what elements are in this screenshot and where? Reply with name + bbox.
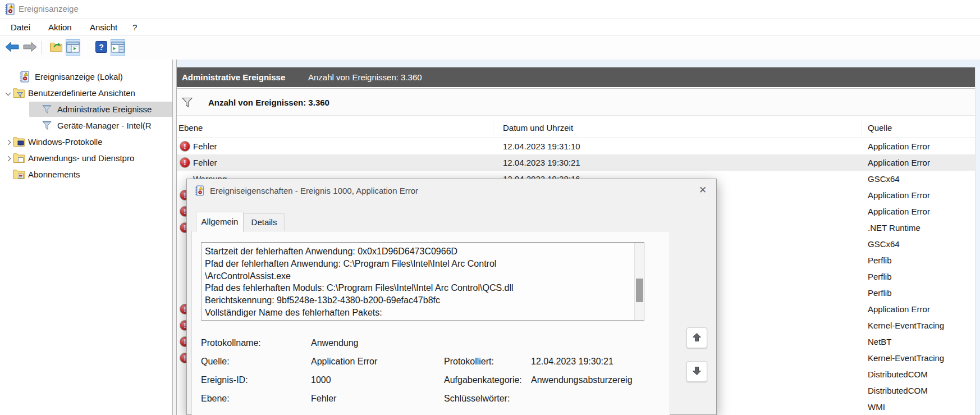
- previous-event-button[interactable]: [686, 327, 707, 348]
- field-value: 12.04.2023 19:30:21: [531, 353, 649, 371]
- field-label: Schlüsselwörter:: [444, 390, 510, 408]
- forward-arrow-icon: [22, 42, 38, 54]
- event-source: Perflib: [868, 285, 892, 301]
- toggle-console-tree-button[interactable]: [66, 39, 80, 56]
- dialog-field: Quelle:Application Error: [201, 353, 437, 371]
- toggle-action-pane-button[interactable]: [111, 39, 125, 56]
- event-viewer-icon: [195, 185, 205, 198]
- toolbar-separator: [42, 41, 42, 54]
- help-button[interactable]: ?: [95, 39, 107, 56]
- sidebar-item[interactable]: Geräte-Manager - Intel(R: [0, 117, 172, 134]
- event-datetime: 12.04.2023 19:30:21: [503, 154, 580, 171]
- results-pane-event-count: Anzahl von Ereignissen: 3.360: [308, 67, 422, 87]
- field-label: Protokolliert:: [444, 353, 494, 371]
- filter-icon: [42, 104, 55, 115]
- sidebar-item[interactable]: Windows-Protokolle: [0, 134, 172, 150]
- description-scrollbar[interactable]: [634, 243, 644, 320]
- filter-icon: [42, 121, 55, 131]
- description-line: Startzeit der fehlerhaften Anwendung: 0x…: [205, 245, 631, 258]
- close-icon[interactable]: [694, 182, 712, 199]
- field-label: Ebene:: [201, 390, 230, 408]
- table-row[interactable]: Fehler12.04.2023 19:30:21Application Err…: [177, 154, 975, 171]
- sidebar-item[interactable]: Benutzerdefinierte Ansichten: [0, 85, 172, 101]
- folder-apps-icon: [12, 153, 26, 163]
- next-event-button[interactable]: [686, 361, 707, 382]
- sidebar-item-label: Anwendungs- und Dienstpro: [28, 153, 134, 163]
- field-value: Anwendung: [311, 334, 359, 352]
- console-tree-panel: !Ereignisanzeige (Lokal)Benutzerdefinier…: [0, 60, 172, 415]
- event-source: Application Error: [868, 301, 930, 317]
- event-source: Perflib: [868, 252, 892, 268]
- open-saved-log-icon: [49, 42, 63, 54]
- field-label: Ereignis-ID:: [201, 371, 248, 389]
- toggle-console-tree-icon: [66, 42, 80, 54]
- sidebar-item-label: Benutzerdefinierte Ansichten: [28, 88, 135, 98]
- sidebar-item[interactable]: Administrative Ereignisse: [0, 101, 172, 117]
- field-value: Anwendungsabsturzereig: [531, 371, 649, 389]
- event-source: Kernel-EventTracing: [868, 317, 944, 334]
- description-line: Vollständiger Name des fehlerhaften Pake…: [205, 307, 631, 319]
- field-value: Fehler: [311, 390, 336, 408]
- description-line: Pfad des fehlerhaften Moduls: C:\Program…: [205, 282, 631, 294]
- column-divider[interactable]: [493, 120, 493, 135]
- panel-splitter[interactable]: [172, 60, 177, 415]
- event-level: Fehler: [193, 138, 217, 154]
- svg-text:!: !: [11, 5, 12, 8]
- error-icon: [180, 157, 190, 168]
- sidebar-item[interactable]: !Ereignisanzeige (Lokal): [0, 69, 172, 85]
- toolbar: ?: [0, 36, 980, 60]
- window-title: Ereignisanzeige: [19, 4, 79, 13]
- field-label: Quelle:: [201, 353, 230, 371]
- sidebar-item[interactable]: Anwendungs- und Dienstpro: [0, 150, 172, 166]
- dialog-field: Ebene:Fehler: [201, 390, 437, 408]
- window-right-edge: [975, 67, 980, 415]
- column-header-datum[interactable]: Datum und Uhrzeit: [503, 116, 573, 138]
- column-divider[interactable]: [862, 120, 862, 135]
- menu-datei[interactable]: Datei: [8, 19, 33, 36]
- up-arrow-icon: [692, 332, 702, 344]
- sidebar-item-label: Ereignisanzeige (Lokal): [35, 72, 123, 81]
- event-source: .NET Runtime: [868, 220, 921, 236]
- dialog-field: Ereignis-ID:1000: [201, 371, 437, 389]
- menu-ansicht[interactable]: Ansicht: [88, 19, 120, 36]
- help-icon: ?: [95, 41, 107, 54]
- event-description-box[interactable]: Startzeit der fehlerhaften Anwendung: 0x…: [201, 242, 644, 321]
- chevron-down-icon[interactable]: [4, 89, 12, 97]
- sidebar-item-label: Administrative Ereignisse: [57, 104, 152, 114]
- chevron-right-icon[interactable]: [4, 138, 12, 146]
- event-source: DistributedCOM: [868, 382, 928, 399]
- back-button[interactable]: [4, 39, 20, 56]
- event-source: DistributedCOM: [868, 366, 928, 382]
- down-arrow-icon: [692, 366, 702, 377]
- sidebar-item[interactable]: Abonnements: [0, 166, 172, 183]
- open-saved-log-button[interactable]: [49, 39, 63, 56]
- column-header-quelle[interactable]: Quelle: [868, 116, 892, 138]
- forward-button[interactable]: [22, 39, 38, 56]
- sidebar-item-label: Abonnements: [28, 170, 80, 179]
- chevron-right-icon[interactable]: [4, 154, 12, 162]
- event-source: Application Error: [868, 138, 930, 154]
- folder-subs-icon: [12, 169, 26, 180]
- chevron-spacer: [4, 171, 12, 179]
- dialog-field: Schlüsselwörter:: [444, 390, 657, 408]
- funnel-icon: [181, 97, 193, 110]
- error-icon: [180, 141, 190, 152]
- tab-allgemein[interactable]: Allgemein: [196, 212, 244, 232]
- field-label: Aufgabenkategorie:: [444, 371, 522, 389]
- field-label: Protokollname:: [201, 334, 261, 352]
- event-datetime: 12.04.2023 19:31:10: [503, 138, 580, 154]
- menu-aktion[interactable]: Aktion: [46, 19, 74, 36]
- scrollbar-thumb[interactable]: [636, 279, 643, 302]
- event-source: Application Error: [868, 187, 930, 203]
- menu-hilfe[interactable]: ?: [130, 19, 139, 36]
- folder-logs-icon: [12, 136, 26, 147]
- chevron-spacer: [34, 106, 42, 113]
- table-row[interactable]: Fehler12.04.2023 19:31:10Application Err…: [177, 138, 975, 154]
- tab-details[interactable]: Details: [244, 213, 285, 231]
- column-header-ebene[interactable]: Ebene: [178, 116, 203, 138]
- event-source: NetBT: [868, 334, 892, 350]
- filter-summary-bar: Anzahl von Ereignissen: 3.360: [177, 88, 975, 116]
- event-source: GSCx64: [868, 171, 900, 187]
- field-value: Application Error: [311, 353, 377, 371]
- svg-text:!: !: [25, 72, 26, 76]
